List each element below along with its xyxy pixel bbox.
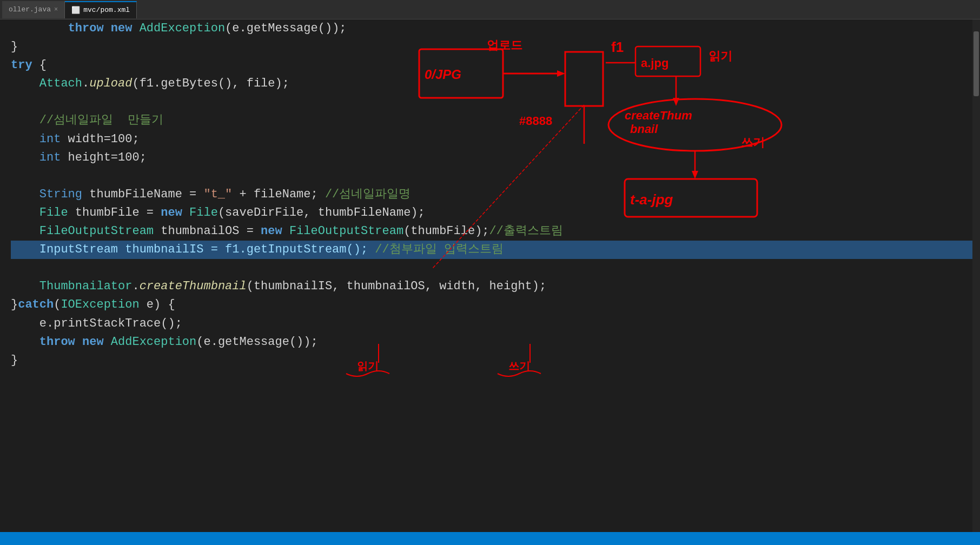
code-line-9 [11,167,972,185]
code-line-2: } [11,38,972,56]
code-line-19: } [11,351,972,370]
code-line-17: e.printStackTrace(); [11,315,972,333]
code-line-7: int width=100; [11,130,972,149]
editor-area: throw new AddException(e.getMessage()); … [0,19,980,532]
code-line-14 [11,259,972,277]
tab-pom-xml[interactable]: ⬜ mvc/pom.xml [65,1,137,18]
code-content[interactable]: throw new AddException(e.getMessage()); … [0,19,972,532]
code-line-18: throw new AddException(e.getMessage()); [11,333,972,351]
code-line-10: String thumbFileName = "t_" + fileName; … [11,185,972,204]
scrollbar-thumb[interactable] [974,31,979,96]
code-line-6: //섬네일파일 만들기 [11,111,972,130]
tab-oller-java[interactable]: oller.java × [2,1,65,18]
code-line-4: Attach.upload(f1.getBytes(), file); [11,75,972,93]
scrollbar-vertical[interactable] [972,19,980,532]
tab-close-icon[interactable]: × [54,6,58,14]
tab-label: mvc/pom.xml [83,6,130,14]
code-line-15: Thumbnailator.createThumbnail(thumbnailI… [11,277,972,296]
code-line-12: FileOutputStream thumbnailOS = new FileO… [11,222,972,241]
code-line-5 [11,93,972,111]
code-line-11: File thumbFile = new File(saveDirFile, t… [11,204,972,222]
tab-icon: ⬜ [71,6,80,15]
status-bar [0,532,980,545]
code-line-8: int height=100; [11,149,972,167]
code-line-1: throw new AddException(e.getMessage()); [11,19,972,38]
tab-bar: oller.java × ⬜ mvc/pom.xml [0,0,980,19]
code-line-13: InputStream thumbnailIS = f1.getInputStr… [11,241,972,259]
code-line-3: try { [11,56,972,75]
tab-label: oller.java [9,5,51,14]
code-line-16: }catch(IOException e) { [11,296,972,314]
